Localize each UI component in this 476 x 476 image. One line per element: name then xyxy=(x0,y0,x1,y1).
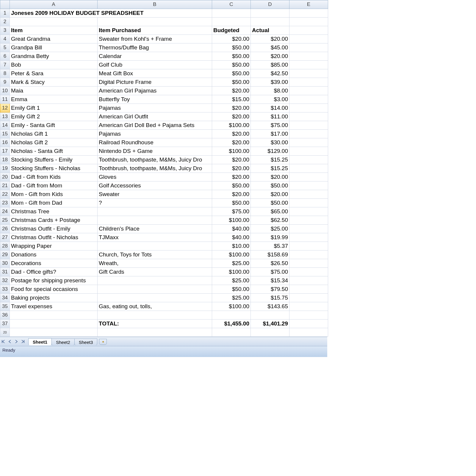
cell[interactable] xyxy=(289,112,328,121)
row-header[interactable]: 21 xyxy=(0,181,10,190)
cell-purchased[interactable]: Golf Club xyxy=(98,61,212,69)
cell[interactable] xyxy=(98,328,212,337)
cell-budgeted[interactable]: $75.00 xyxy=(212,207,251,216)
cell-budgeted[interactable]: $20.00 xyxy=(212,138,251,147)
cell-actual[interactable]: $20.00 xyxy=(251,35,289,43)
cell[interactable] xyxy=(289,311,328,320)
tab-sheet2[interactable]: Sheet2 xyxy=(51,339,75,345)
cell[interactable] xyxy=(251,9,289,18)
cell-budgeted[interactable]: $50.00 xyxy=(212,43,251,52)
col-header-b[interactable]: B xyxy=(98,0,212,9)
cell-actual[interactable]: $20.00 xyxy=(251,52,289,61)
prev-sheet-button[interactable] xyxy=(7,338,13,345)
row-header[interactable]: 14 xyxy=(0,121,10,130)
select-all-corner[interactable] xyxy=(0,0,10,9)
cell[interactable] xyxy=(212,18,251,26)
cell-budgeted[interactable]: $20.00 xyxy=(212,156,251,164)
cell-purchased[interactable] xyxy=(98,276,212,285)
cell-budgeted[interactable]: $15.00 xyxy=(212,95,251,104)
cell-item[interactable]: Stocking Stuffers - Nicholas xyxy=(10,164,98,173)
cell[interactable] xyxy=(289,294,328,302)
row-header[interactable]: 12 xyxy=(0,104,10,112)
cell[interactable] xyxy=(212,9,251,18)
row-header[interactable]: 37 xyxy=(0,320,10,328)
cell[interactable] xyxy=(289,320,328,328)
cell-purchased[interactable] xyxy=(98,294,212,302)
row-header[interactable]: 23 xyxy=(0,199,10,207)
row-header[interactable]: 6 xyxy=(0,52,10,61)
cell-budgeted[interactable]: $25.00 xyxy=(212,276,251,285)
cell-actual[interactable]: $3.00 xyxy=(251,95,289,104)
cell[interactable] xyxy=(289,87,328,95)
spreadsheet-grid[interactable]: A B C D E 1 Joneses 2009 HOLIDAY BUDGET … xyxy=(0,0,328,337)
cell-purchased[interactable]: Toothbrush, toothpaste, M&Ms, Juicy Dro xyxy=(98,156,212,164)
cell[interactable] xyxy=(289,147,328,156)
cell-purchased[interactable]: Toothbrush, toothpaste, M&Ms, Juicy Dro xyxy=(98,164,212,173)
row-header[interactable]: 36 xyxy=(0,311,10,320)
cell-actual[interactable]: $65.00 xyxy=(251,207,289,216)
cell[interactable] xyxy=(289,156,328,164)
cell-actual[interactable]: $15.25 xyxy=(251,156,289,164)
cell-item[interactable]: Dad - Office gifts? xyxy=(10,268,98,276)
cell-actual[interactable]: $25.00 xyxy=(251,225,289,233)
cell[interactable] xyxy=(289,9,328,18)
last-sheet-button[interactable] xyxy=(20,338,26,345)
row-header[interactable]: 9 xyxy=(0,78,10,87)
row-header[interactable]: 5 xyxy=(0,43,10,52)
cell-item[interactable]: Emily - Santa Gift xyxy=(10,121,98,130)
cell[interactable] xyxy=(289,138,328,147)
cell-item[interactable]: Grandma Betty xyxy=(10,52,98,61)
cell-actual[interactable]: $15.25 xyxy=(251,164,289,173)
cell-actual[interactable]: $143.65 xyxy=(251,302,289,311)
cell-item[interactable]: Travel expenses xyxy=(10,302,98,311)
cell[interactable] xyxy=(289,268,328,276)
cell-budgeted[interactable]: $100.00 xyxy=(212,121,251,130)
cell-budgeted[interactable]: $20.00 xyxy=(212,173,251,181)
cell-item[interactable]: Great Grandma xyxy=(10,35,98,43)
cell[interactable] xyxy=(10,18,98,26)
cell-budgeted[interactable]: $20.00 xyxy=(212,87,251,95)
cell-item[interactable]: Mark & Stacy xyxy=(10,78,98,87)
cell-budgeted[interactable]: $20.00 xyxy=(212,112,251,121)
cell-purchased[interactable]: Railroad Roundhouse xyxy=(98,138,212,147)
cell-item[interactable]: Maia xyxy=(10,87,98,95)
row-header[interactable]: 10 xyxy=(0,87,10,95)
cell-actual[interactable]: $5.37 xyxy=(251,242,289,250)
cell-actual[interactable]: $50.00 xyxy=(251,181,289,190)
cell-actual[interactable]: $30.00 xyxy=(251,138,289,147)
total-budgeted[interactable]: $1,455.00 xyxy=(212,320,251,328)
cell-item[interactable]: Food for special occasions xyxy=(10,285,98,294)
row-header[interactable]: 15 xyxy=(0,130,10,138)
cell-purchased[interactable]: Thermos/Duffle Bag xyxy=(98,43,212,52)
cell[interactable] xyxy=(289,173,328,181)
cell[interactable] xyxy=(289,130,328,138)
new-sheet-button[interactable]: ✦ xyxy=(99,339,107,345)
cell-item[interactable]: Decorations xyxy=(10,259,98,268)
cell[interactable] xyxy=(289,276,328,285)
cell[interactable] xyxy=(98,311,212,320)
cell[interactable] xyxy=(289,164,328,173)
cell[interactable] xyxy=(289,302,328,311)
row-header[interactable]: 34 xyxy=(0,294,10,302)
cell-budgeted[interactable]: $100.00 xyxy=(212,216,251,225)
cell-item[interactable]: Christmas Tree xyxy=(10,207,98,216)
cell[interactable] xyxy=(10,311,98,320)
cell[interactable] xyxy=(251,18,289,26)
cell-budgeted[interactable]: $100.00 xyxy=(212,147,251,156)
cell[interactable] xyxy=(10,328,98,337)
cell-actual[interactable]: $75.00 xyxy=(251,121,289,130)
cell[interactable] xyxy=(10,320,98,328)
cell-purchased[interactable]: Butterfly Toy xyxy=(98,95,212,104)
cell-item[interactable]: Grandpa Bill xyxy=(10,43,98,52)
col-header-e[interactable]: E xyxy=(289,0,328,9)
cell[interactable] xyxy=(289,250,328,259)
cell-purchased[interactable] xyxy=(98,207,212,216)
cell-budgeted[interactable]: $20.00 xyxy=(212,190,251,199)
cell[interactable] xyxy=(289,216,328,225)
tab-sheet1[interactable]: Sheet1 xyxy=(28,338,52,345)
cell-actual[interactable]: $11.00 xyxy=(251,112,289,121)
cell-actual[interactable]: $79.50 xyxy=(251,285,289,294)
cell-item[interactable]: Donations xyxy=(10,250,98,259)
cell-item[interactable]: Emily Gift 2 xyxy=(10,112,98,121)
col-header-d[interactable]: D xyxy=(251,0,289,9)
